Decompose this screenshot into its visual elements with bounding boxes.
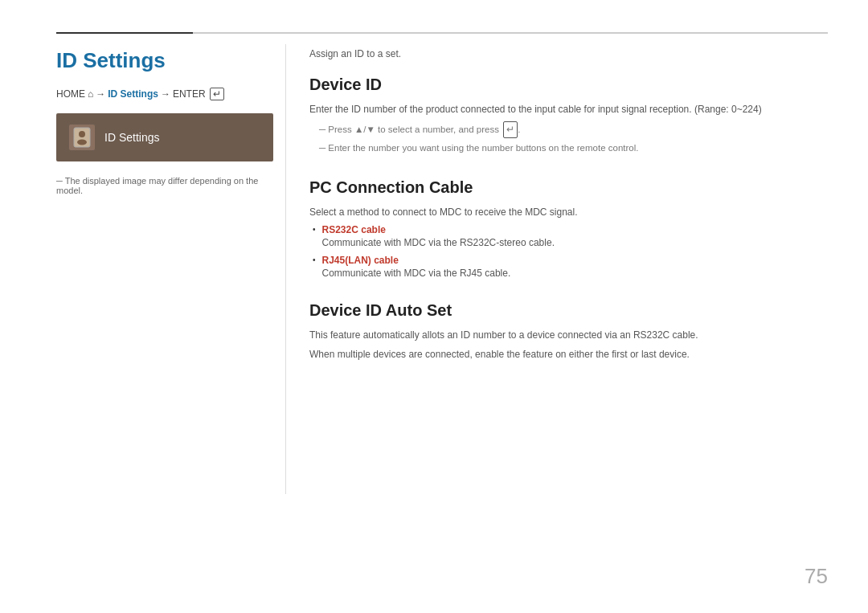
page-number: 75: [805, 564, 828, 589]
left-panel: ID Settings HOME ⌂ → ID Settings → ENTER…: [56, 48, 273, 195]
bullet-dot-rj45: •: [313, 255, 316, 264]
bullet-content-rj45: RJ45(LAN) cable Communicate with MDC via…: [322, 255, 511, 279]
enter-icon: ↵: [210, 88, 224, 100]
device-id-note-1: Press ▲/▼ to select a number, and press …: [319, 121, 828, 138]
right-panel: Assign an ID to a set. Device ID Enter t…: [309, 48, 828, 384]
rj45-label: RJ45(LAN) cable: [322, 255, 511, 266]
section-device-id: Device ID Enter the ID number of the pro…: [309, 76, 828, 156]
pc-connection-desc: Select a method to connect to MDC to rec…: [309, 205, 828, 219]
assign-text: Assign an ID to a set.: [309, 48, 828, 59]
device-id-auto-set-desc1: This feature automatically allots an ID …: [309, 328, 828, 342]
bullet-rs232c: • RS232C cable Communicate with MDC via …: [313, 224, 828, 248]
rs232c-desc: Communicate with MDC via the RS232C-ster…: [322, 237, 555, 248]
breadcrumb-arrow1: →: [96, 88, 105, 100]
home-icon: ⌂: [88, 88, 93, 100]
enter-icon-inline: ↵: [503, 121, 518, 138]
rs232c-label: RS232C cable: [322, 224, 555, 235]
device-id-title: Device ID: [309, 76, 828, 94]
top-divider-accent: [56, 32, 193, 34]
bullet-content-rs232c: RS232C cable Communicate with MDC via th…: [322, 224, 555, 248]
svg-point-2: [77, 140, 87, 145]
pc-connection-title: PC Connection Cable: [309, 178, 828, 197]
left-note: The displayed image may differ depending…: [56, 176, 273, 195]
breadcrumb: HOME ⌂ → ID Settings → ENTER ↵: [56, 88, 273, 100]
rj45-desc: Communicate with MDC via the RJ45 cable.: [322, 268, 511, 279]
bullet-rj45: • RJ45(LAN) cable Communicate with MDC v…: [313, 255, 828, 279]
device-id-desc: Enter the ID number of the product conne…: [309, 102, 828, 116]
vertical-divider: [285, 44, 286, 494]
device-id-note-2: Enter the number you want using the numb…: [319, 141, 828, 155]
device-id-auto-set-title: Device ID Auto Set: [309, 301, 828, 320]
breadcrumb-arrow2: →: [161, 88, 170, 100]
bullet-dot-rs232c: •: [313, 225, 316, 234]
section-pc-connection: PC Connection Cable Select a method to c…: [309, 178, 828, 279]
svg-point-1: [79, 131, 85, 137]
page-title: ID Settings: [56, 48, 273, 73]
menu-item-icon: [69, 125, 95, 150]
home-label: HOME: [56, 88, 85, 100]
breadcrumb-id-settings: ID Settings: [108, 88, 158, 100]
device-id-auto-set-desc2: When multiple devices are connected, ena…: [309, 347, 828, 362]
menu-item-id-settings[interactable]: ID Settings: [56, 113, 273, 161]
section-device-id-auto-set: Device ID Auto Set This feature automati…: [309, 301, 828, 362]
breadcrumb-enter: ENTER: [173, 88, 206, 100]
menu-item-label: ID Settings: [104, 131, 159, 144]
